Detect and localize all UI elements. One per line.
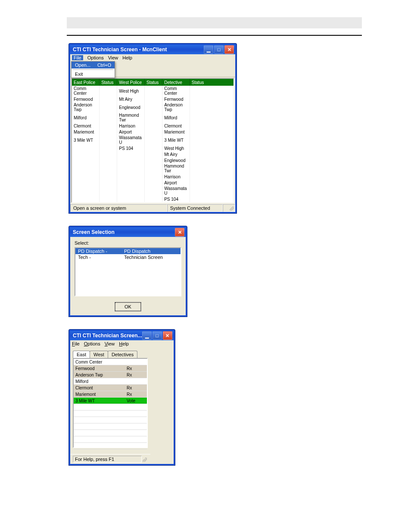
site-status: Rx [125,385,147,391]
col-west-police[interactable]: West Police [117,79,145,86]
menu-open-accel: Ctrl+O [97,62,111,68]
window-title: CTI CTI Technician Screen... [73,333,142,339]
list-item[interactable]: PD Dispatch -PD Dispatch [75,248,181,254]
close-button[interactable]: ✕ [175,228,184,236]
col-status3[interactable]: Status [190,79,233,86]
cell [100,180,117,186]
cell [100,151,117,157]
cell [190,135,233,145]
menu-file-exit[interactable]: Exit [72,71,115,78]
menu-view[interactable]: View [105,341,115,346]
table-row [74,423,147,430]
close-button[interactable]: ✕ [163,331,172,340]
site-status: Rx [125,365,147,372]
menu-bar: File Options View Help [70,54,235,61]
site-name: Mariemont [74,391,125,398]
close-button[interactable]: ✕ [224,45,234,54]
cell [117,157,145,163]
menu-file[interactable]: File [72,55,83,60]
header-bar [67,17,362,28]
maximize-button[interactable]: □ [214,45,224,54]
table-row[interactable]: MariemontRx [74,391,147,398]
table-row: 3 Mile WTWassamata U3 Mile WT [72,135,234,145]
table-row: PS 104West High [72,145,234,151]
tab-west[interactable]: West [90,351,108,358]
cell [145,151,162,157]
cell [100,86,117,96]
table-row[interactable]: FernwoodRx [74,365,147,372]
cell [117,151,145,157]
col-detective[interactable]: Detective [162,79,190,86]
table-row [74,411,147,417]
title-bar: Screen Selection ✕ [70,227,186,237]
cell [145,123,162,129]
cell: PS 104 [162,196,190,202]
menu-help[interactable]: Help [119,341,129,346]
divider [67,35,362,36]
cell [100,163,117,174]
site-name: Anderson Twp [74,372,125,378]
site-name: Milford [74,378,125,385]
cell [145,86,162,96]
table-row[interactable]: Milford [74,378,147,385]
menu-view[interactable]: View [108,55,118,60]
maximize-button[interactable]: □ [153,331,162,340]
cell [190,163,233,174]
site-name: Fernwood [74,365,125,372]
list-item-value: Technician Screen [121,254,181,260]
site-status [125,378,147,385]
menu-options[interactable]: Options [84,341,100,346]
table-row[interactable]: 3 Mile WTVote [74,398,147,404]
cell [190,102,233,112]
cell: Anderson Twp [72,102,100,112]
screen-listbox[interactable]: PD Dispatch -PD DispatchTech -Technician… [75,247,181,296]
menu-help[interactable]: Help [122,55,132,60]
site-status: Rx [125,372,147,378]
cell [145,96,162,102]
cell [145,102,162,112]
resize-grip-icon[interactable] [143,457,147,462]
ok-button[interactable]: OK [115,302,141,311]
cell: Hammond Twr [162,163,190,174]
menu-options[interactable]: Options [87,55,104,60]
minimize-button[interactable]: ▁ [204,45,213,54]
list-item[interactable]: Tech -Technician Screen [75,254,181,260]
cell [117,163,145,174]
table-row: Comm CenterWest HighComm Center [72,86,234,96]
menu-separator [73,69,113,70]
cell [100,196,117,202]
minimize-button[interactable]: ▁ [142,331,152,340]
cell [190,174,233,180]
table-row[interactable]: Anderson TwpRx [74,372,147,378]
table-row [74,430,147,436]
table-row[interactable]: Comm Center [74,359,147,365]
table-row[interactable]: ClermontRx [74,385,147,391]
table-row: Harrison [72,174,234,180]
cell: Clermont [72,123,100,129]
col-status2[interactable]: Status [145,79,162,86]
cell [72,151,100,157]
tab-east[interactable]: East [73,351,90,358]
col-east-police[interactable]: East Police [72,79,100,86]
cell: Wassamata U [162,186,190,196]
cell: Wassamata U [117,135,145,145]
cell [190,145,233,151]
cell [145,129,162,135]
dialog-title: Screen Selection [73,229,175,235]
cell: Hammond Twr [117,112,145,123]
cell: Milford [162,112,190,123]
table-row: Anderson TwpEnglewoodAnderson Twp [72,102,234,112]
menu-file[interactable]: File [72,341,80,346]
cell: West High [162,145,190,151]
cell: Clermont [162,123,190,129]
resize-grip-icon[interactable] [230,206,234,211]
list-item-key: Tech - [75,254,121,260]
table-row [74,436,147,443]
cell: Harrison [162,174,190,180]
col-status1[interactable]: Status [100,79,117,86]
menu-bar: File Options View Help [70,340,150,347]
window-technician-small: CTI CTI Technician Screen... ▁ □ ✕ File … [69,330,175,465]
site-status: Rx [125,391,147,398]
menu-file-open[interactable]: Open... Ctrl+O [72,62,115,68]
tab-detectives[interactable]: Detectives [108,351,137,358]
